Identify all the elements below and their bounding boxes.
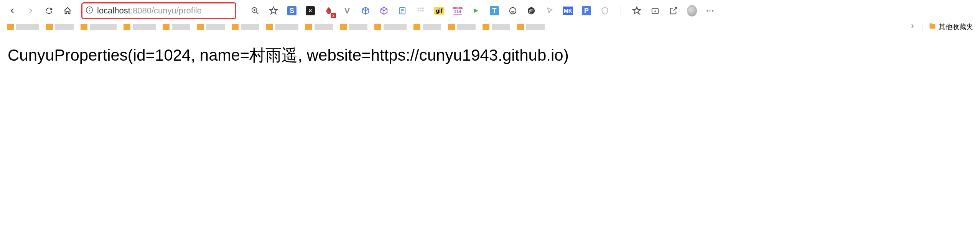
bookmark-item[interactable] [315,24,333,30]
extension-badge: 2 [331,13,336,18]
more-menu-icon[interactable]: ⋯ [705,6,715,16]
svg-line-4 [256,12,259,14]
address-bar[interactable]: localhost:8080/cunyu/profile [81,2,236,19]
url-host: localhost [97,6,130,15]
bookmark-item[interactable] [526,24,545,30]
forward-button[interactable] [23,3,38,18]
bookmark-item[interactable] [413,24,420,30]
bookmark-bar-right: 其他收藏夹 [909,22,973,32]
other-bookmarks-folder[interactable]: 其他收藏夹 [929,22,973,32]
bookmark-item[interactable] [172,24,190,30]
bookmark-item[interactable] [163,24,170,30]
extension-green-icon[interactable] [471,6,481,16]
svg-rect-15 [422,8,423,9]
bookmark-item[interactable] [374,24,381,30]
bookmark-item[interactable] [241,24,259,30]
back-button[interactable] [5,3,20,18]
url-path: /cunyu/profile [152,6,202,15]
separator [922,23,922,31]
bookmark-item[interactable] [275,24,298,30]
bookmark-item[interactable] [7,24,14,30]
extension-gif-icon[interactable]: gif [434,6,444,16]
extension-v-icon[interactable]: V [342,6,352,16]
other-bookmarks-label: 其他收藏夹 [939,22,973,31]
bookmark-item[interactable] [16,24,39,30]
extension-at-icon[interactable]: @ [526,6,536,16]
bookmark-item[interactable] [384,24,407,30]
extension-p-icon[interactable]: P [581,6,591,16]
favorites-star-icon[interactable] [632,6,642,16]
favorite-icon[interactable] [268,6,278,16]
zoom-icon[interactable] [250,6,260,16]
bookmark-item[interactable] [457,24,476,30]
bookmark-item[interactable] [448,24,455,30]
extension-calendar-icon[interactable]: ••• 114 [453,6,463,16]
svg-rect-18 [422,10,423,12]
bookmark-item[interactable] [423,24,441,30]
extension-cube1-icon[interactable] [361,6,371,16]
bookmark-item[interactable] [197,24,204,30]
extension-cube2-icon[interactable] [379,6,389,16]
extension-note-icon[interactable] [397,6,407,16]
extension-bug-icon[interactable]: 2 [324,6,334,16]
bookmark-item[interactable] [55,24,74,30]
bookmark-item[interactable] [81,24,87,30]
url-port: :8080 [130,6,152,15]
svg-rect-14 [420,8,422,9]
content-text: CunyuProperties(id=1024, name=村雨遥, websi… [8,45,972,66]
toolbar-right: S ✕ 2 V gif ••• 114 [250,5,715,16]
extension-t-icon[interactable]: T [489,6,499,16]
svg-point-8 [328,8,330,10]
separator [621,5,621,16]
extension-circle-icon[interactable] [508,6,518,16]
bookmark-item[interactable] [517,24,524,30]
bookmark-bar: 其他收藏夹 [0,21,980,32]
bookmark-item[interactable] [133,24,156,30]
bookmark-items [7,24,909,30]
extension-cursor-icon[interactable] [545,6,555,16]
bookmark-item[interactable] [90,24,117,30]
page-content: CunyuProperties(id=1024, name=村雨遥, websi… [0,32,980,78]
browser-toolbar: localhost:8080/cunyu/profile S ✕ 2 V [0,0,980,21]
collections-icon[interactable] [650,6,660,16]
bookmark-item[interactable] [266,24,273,30]
extension-shield-icon[interactable] [600,6,610,16]
home-button[interactable] [60,3,75,18]
bookmark-item[interactable] [232,24,239,30]
bookmark-item[interactable] [305,24,312,30]
bookmark-item[interactable] [340,24,347,30]
bookmark-item[interactable] [46,24,53,30]
info-icon[interactable] [86,6,93,15]
svg-rect-13 [418,8,419,9]
bookmark-item[interactable] [349,24,367,30]
svg-text:@: @ [529,8,534,14]
share-icon[interactable] [669,6,679,16]
profile-avatar[interactable] [687,6,697,16]
bookmark-item[interactable] [124,24,130,30]
bookmark-item[interactable] [492,24,510,30]
svg-point-2 [89,8,90,9]
bookmark-item[interactable] [483,24,489,30]
extension-x-icon[interactable]: ✕ [305,6,315,16]
extension-grid-icon[interactable] [416,6,426,16]
extension-s-icon[interactable]: S [287,6,297,16]
bookmark-overflow-icon[interactable] [909,23,916,31]
bookmark-item[interactable] [206,24,225,30]
folder-icon [929,22,936,32]
extension-mk-icon[interactable]: MK [563,6,573,16]
refresh-button[interactable] [41,3,57,18]
url-text: localhost:8080/cunyu/profile [97,6,202,16]
svg-rect-17 [420,10,422,12]
svg-point-19 [510,8,516,14]
svg-rect-16 [418,10,419,12]
